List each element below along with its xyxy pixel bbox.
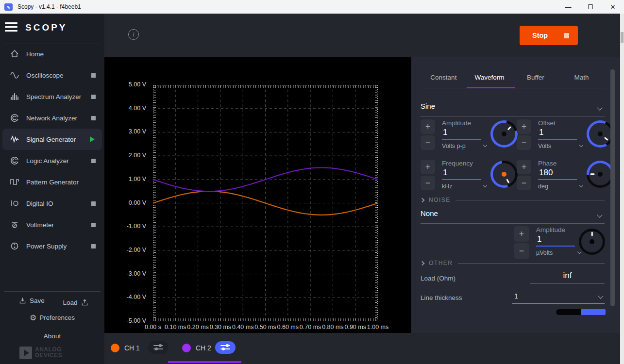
channel-enable-toggle[interactable] — [556, 309, 606, 315]
preferences-button[interactable]: ⚙ Preferences — [30, 313, 75, 322]
sliders-icon — [153, 345, 163, 350]
offset-knob[interactable] — [587, 120, 614, 148]
save-button[interactable]: Save — [18, 297, 45, 305]
sidebar-item-home[interactable]: Home — [0, 43, 104, 65]
background-window-strip — [620, 14, 624, 364]
chevron-down-icon — [577, 250, 581, 254]
amplitude-value-input[interactable]: 1 — [442, 128, 481, 140]
menu-icon[interactable] — [5, 22, 17, 32]
ch1-settings-button[interactable] — [148, 341, 169, 354]
offset-decrement-button[interactable]: − — [517, 135, 531, 150]
stop-button[interactable]: Stop — [520, 26, 578, 45]
offset-increment-button[interactable]: + — [517, 119, 531, 134]
amplitude-unit-dropdown[interactable]: Volts p-p — [442, 143, 487, 149]
noise-amplitude-decrement-button[interactable]: − — [514, 243, 529, 259]
frequency-knob[interactable] — [490, 161, 518, 188]
amplitude-knob[interactable] — [490, 120, 518, 148]
amplitude-increment-button[interactable]: + — [421, 119, 435, 134]
other-section-header[interactable]: OTHER — [421, 260, 605, 266]
frequency-decrement-button[interactable]: − — [421, 176, 435, 190]
sidebar-item-network-analyzer[interactable]: Network Analyzer — [0, 107, 104, 129]
y-axis-labels: 5.00 V4.00 V3.00 V2.00 V1.00 V0.00 V-1.0… — [104, 57, 149, 333]
y-tick-label: -5.00 V — [104, 317, 146, 324]
chevron-down-icon — [598, 293, 603, 298]
frequency-value-input[interactable]: 1 — [442, 168, 481, 180]
active-tab-indicator — [467, 87, 515, 88]
sidebar-item-spectrum-analyzer[interactable]: Spectrum Analyzer — [0, 86, 104, 107]
sidebar: SCOPY Home Oscilloscope Spectrum Analyze… — [0, 14, 104, 364]
waveform-type-dropdown[interactable]: Sine — [421, 102, 605, 116]
phase-unit-dropdown[interactable]: deg — [538, 183, 583, 190]
noise-type-dropdown[interactable]: None — [421, 209, 605, 224]
minimize-button[interactable]: — — [557, 0, 579, 14]
y-tick-label: 1.00 V — [104, 176, 146, 182]
load-ohm-input[interactable]: inf — [530, 271, 605, 283]
close-button[interactable]: ✕ — [602, 0, 624, 14]
offset-unit-dropdown[interactable]: Volts — [538, 143, 583, 149]
amplitude-decrement-button[interactable]: − — [421, 135, 435, 150]
tab-math[interactable]: Math — [558, 70, 605, 85]
noise-amplitude-value-input[interactable]: 1 — [536, 234, 575, 247]
stopped-indicator — [91, 159, 96, 163]
frequency-increment-button[interactable]: + — [421, 160, 435, 174]
y-tick-label: 3.00 V — [104, 128, 146, 135]
y-tick-label: 5.00 V — [104, 81, 146, 88]
chevron-down-icon — [483, 183, 487, 187]
phase-increment-button[interactable]: + — [517, 160, 531, 174]
offset-value-input[interactable]: 1 — [538, 128, 577, 140]
signal-generator-icon — [9, 134, 20, 145]
ch1-label[interactable]: CH 1 — [124, 344, 140, 352]
sidebar-item-digital-io[interactable]: Digital IO — [0, 193, 104, 214]
ch2-label[interactable]: CH 2 — [196, 344, 211, 352]
stopped-indicator — [91, 73, 96, 78]
tab-buffer[interactable]: Buffer — [513, 70, 559, 85]
noise-amplitude-unit-dropdown[interactable]: µVolts — [536, 249, 581, 256]
scopy-logo: SCOPY — [25, 22, 67, 33]
sidebar-item-pattern-generator[interactable]: Pattern Generator — [0, 171, 104, 193]
about-link[interactable]: About — [0, 332, 104, 340]
sidebar-item-voltmeter[interactable]: Voltmeter — [0, 214, 104, 235]
noise-amplitude-knob[interactable] — [579, 229, 605, 255]
maximize-button[interactable] — [579, 0, 602, 14]
phase-knob[interactable] — [587, 161, 614, 188]
panel-scrollbar[interactable] — [610, 69, 615, 306]
x-tick-label: 1.00 ms — [363, 324, 393, 331]
sidebar-item-signal-generator[interactable]: Signal Generator — [2, 129, 102, 150]
info-icon[interactable]: i — [128, 29, 139, 40]
sidebar-item-oscilloscope[interactable]: Oscilloscope — [0, 65, 104, 86]
load-button[interactable]: Load — [63, 298, 89, 307]
ch2-color-dot[interactable] — [182, 344, 191, 352]
phase-value-input[interactable]: 180 — [538, 168, 577, 180]
network-analyzer-icon — [9, 113, 20, 123]
instrument-header: i Stop — [104, 14, 624, 57]
chevron-down-icon — [597, 105, 602, 110]
tab-constant[interactable]: Constant — [421, 70, 467, 85]
sliders-icon — [220, 345, 230, 350]
y-tick-label: 2.00 V — [104, 152, 146, 159]
x-axis-labels: 0.00 s0.10 ms0.20 ms0.30 ms0.40 ms0.50 m… — [153, 324, 378, 332]
y-tick-label: -3.00 V — [104, 270, 146, 277]
pattern-generator-icon — [9, 177, 20, 187]
stopped-indicator — [91, 116, 96, 120]
y-tick-label: 0.00 V — [104, 199, 146, 206]
sidebar-item-power-supply[interactable]: Power Supply — [0, 235, 104, 257]
voltmeter-icon — [9, 219, 20, 230]
window-title: Scopy - v1.4.1 - f4beeb1 — [17, 3, 81, 10]
noise-amplitude-increment-button[interactable]: + — [514, 226, 529, 242]
frequency-unit-dropdown[interactable]: kHz — [442, 183, 487, 190]
active-channel-indicator — [168, 361, 241, 363]
ch2-settings-button[interactable] — [215, 341, 236, 354]
line-thickness-dropdown[interactable]: 1 — [512, 291, 605, 304]
y-tick-label: -2.00 V — [104, 247, 146, 253]
sidebar-item-logic-analyzer[interactable]: Logic Analyzer — [0, 150, 104, 171]
logic-analyzer-icon — [9, 155, 20, 166]
ch1-color-dot[interactable] — [111, 344, 119, 352]
noise-section-header[interactable]: NOISE — [421, 197, 605, 203]
chevron-down-icon — [597, 212, 602, 217]
toggle-track-off — [556, 309, 581, 315]
tab-waveform[interactable]: Waveform — [467, 70, 513, 85]
phase-decrement-button[interactable]: − — [517, 176, 531, 190]
stopped-indicator — [91, 95, 96, 99]
stopped-indicator — [91, 244, 96, 248]
waveform-plot[interactable]: 5.00 V4.00 V3.00 V2.00 V1.00 V0.00 V-1.0… — [104, 57, 411, 333]
